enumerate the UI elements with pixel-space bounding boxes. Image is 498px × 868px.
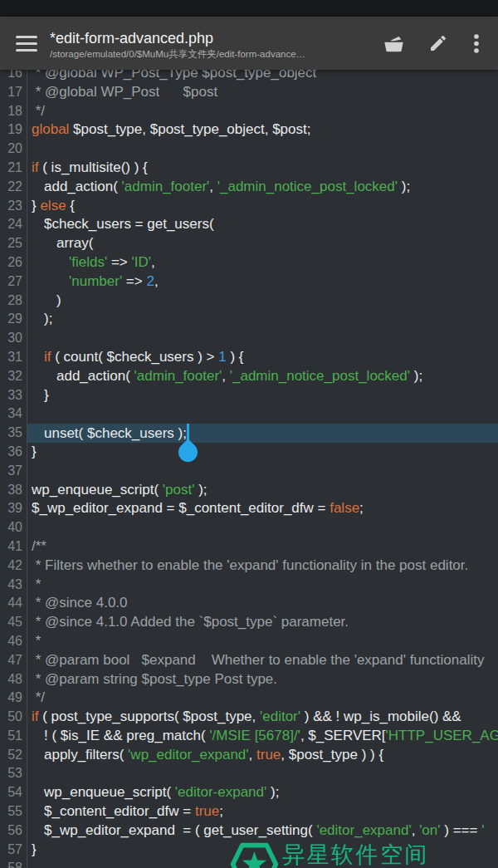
code-text: $_content_editor_dfw = true; xyxy=(27,802,498,821)
code-line[interactable]: 16 * @global WP_Post_Type $post_type_obj… xyxy=(0,70,498,83)
open-file-button[interactable] xyxy=(370,23,417,63)
line-number: 45 xyxy=(0,613,27,632)
status-bar xyxy=(0,0,498,17)
code-text xyxy=(27,859,498,868)
code-text: ); xyxy=(27,310,498,329)
overflow-menu-button[interactable] xyxy=(460,23,493,63)
code-line[interactable]: 25 array( xyxy=(0,234,498,253)
code-line[interactable]: 46 * xyxy=(0,632,498,651)
code-line[interactable]: 36} xyxy=(0,443,498,462)
app-screen: *edit-form-advanced.php /storage/emulate… xyxy=(0,0,498,868)
line-number: 56 xyxy=(0,821,27,841)
code-line[interactable]: 34 xyxy=(0,405,498,424)
code-line[interactable]: 50if ( post_type_supports( $post_type, '… xyxy=(0,708,498,727)
code-text: } xyxy=(27,841,498,860)
code-line[interactable]: 38wp_enqueue_script( 'post' ); xyxy=(0,481,498,500)
code-line[interactable]: 23} else { xyxy=(0,197,498,216)
line-number: 52 xyxy=(0,746,27,765)
code-line[interactable]: 37 xyxy=(0,462,498,481)
line-number: 47 xyxy=(0,651,27,670)
code-line[interactable]: 48 * @param string $post_type Post type. xyxy=(0,670,498,689)
code-line[interactable]: 41/** xyxy=(0,537,498,557)
line-number: 22 xyxy=(0,178,27,197)
code-line[interactable]: 35 unset( $check_users ); xyxy=(0,424,498,443)
line-number: 24 xyxy=(0,215,27,234)
code-line[interactable]: 20 xyxy=(0,140,498,159)
hamburger-icon xyxy=(16,36,37,38)
code-text: if ( count( $check_users ) > 1 ) { xyxy=(27,348,498,367)
code-line[interactable]: 58 xyxy=(0,859,498,868)
line-number: 23 xyxy=(0,197,27,216)
file-path: /storage/emulated/0/$MuMu共享文件夹/edit-form… xyxy=(50,48,370,61)
code-text: $_wp_editor_expand = $_content_editor_df… xyxy=(27,499,498,518)
file-title: *edit-form-advanced.php xyxy=(50,29,370,47)
code-text: * @param string $post_type Post type. xyxy=(27,670,498,689)
line-number: 39 xyxy=(0,499,27,518)
code-line[interactable]: 26 'fields' => 'ID', xyxy=(0,253,498,272)
code-line[interactable]: 51 ! ( $is_IE && preg_match( '/MSIE [567… xyxy=(0,727,498,746)
code-text: wp_enqueue_script( 'editor-expand' ); xyxy=(27,783,498,802)
code-line[interactable]: 53 xyxy=(0,764,498,783)
open-folder-icon xyxy=(381,33,407,54)
code-text: * Filters whether to enable the 'expand'… xyxy=(27,557,498,576)
code-text xyxy=(27,462,498,481)
code-line[interactable]: 52 apply_filters( 'wp_editor_expand', tr… xyxy=(0,746,498,765)
code-text: ) xyxy=(27,292,498,311)
line-number: 27 xyxy=(0,272,27,292)
edit-mode-button[interactable] xyxy=(417,23,460,63)
code-line[interactable]: 24 $check_users = get_users( xyxy=(0,215,498,234)
text-cursor[interactable] xyxy=(187,424,189,441)
code-text: * xyxy=(27,576,498,595)
code-text xyxy=(27,518,498,537)
line-number: 54 xyxy=(0,783,27,802)
code-line[interactable]: 30 xyxy=(0,329,498,348)
line-number: 50 xyxy=(0,708,27,727)
code-text: */ xyxy=(27,689,498,708)
code-line[interactable]: 18 */ xyxy=(0,102,498,121)
code-text xyxy=(27,405,498,424)
line-number: 34 xyxy=(0,405,27,424)
line-number: 41 xyxy=(0,537,27,557)
pencil-icon xyxy=(428,33,448,53)
code-line[interactable]: 17 * @global WP_Post $post xyxy=(0,83,498,102)
line-number: 20 xyxy=(0,140,27,159)
code-text: * @global WP_Post_Type $post_type_object xyxy=(27,70,498,83)
line-number: 48 xyxy=(0,670,27,689)
code-line[interactable]: 54 wp_enqueue_script( 'editor-expand' ); xyxy=(0,783,498,802)
line-number: 30 xyxy=(0,329,27,348)
code-text: ! ( $is_IE && preg_match( '/MSIE [5678]/… xyxy=(27,727,498,746)
line-number: 42 xyxy=(0,557,27,576)
code-line[interactable]: 21if ( is_multisite() ) { xyxy=(0,159,498,178)
code-line[interactable]: 40 xyxy=(0,518,498,537)
line-number: 19 xyxy=(0,120,27,140)
line-number: 17 xyxy=(0,83,27,102)
code-text: * @param bool $expand Whether to enable … xyxy=(27,651,498,670)
code-line[interactable]: 29 ); xyxy=(0,310,498,329)
code-line[interactable]: 45 * @since 4.1.0 Added the `$post_type`… xyxy=(0,613,498,632)
code-line[interactable]: 39$_wp_editor_expand = $_content_editor_… xyxy=(0,499,498,518)
code-line[interactable]: 55 $_content_editor_dfw = true; xyxy=(0,802,498,821)
code-editor[interactable]: 16 * @global WP_Post_Type $post_type_obj… xyxy=(0,70,498,868)
code-text: $_wp_editor_expand = ( get_user_setting(… xyxy=(27,821,498,841)
line-number: 51 xyxy=(0,727,27,746)
code-line[interactable]: 43 * xyxy=(0,576,498,595)
code-line[interactable]: 49 */ xyxy=(0,689,498,708)
menu-button[interactable] xyxy=(8,23,45,63)
line-number: 33 xyxy=(0,386,27,405)
code-line[interactable]: 28 ) xyxy=(0,292,498,311)
code-line[interactable]: 22 add_action( 'admin_footer', '_admin_n… xyxy=(0,178,498,197)
line-number: 32 xyxy=(0,367,27,386)
code-text: add_action( 'admin_footer', '_admin_noti… xyxy=(27,367,498,386)
code-line[interactable]: 42 * Filters whether to enable the 'expa… xyxy=(0,557,498,576)
code-line[interactable]: 19global $post_type, $post_type_object, … xyxy=(0,120,498,140)
code-line[interactable]: 27 'number' => 2, xyxy=(0,272,498,292)
code-line[interactable]: 47 * @param bool $expand Whether to enab… xyxy=(0,651,498,670)
app-toolbar: *edit-form-advanced.php /storage/emulate… xyxy=(0,17,498,70)
line-number: 37 xyxy=(0,462,27,481)
code-line[interactable]: 32 add_action( 'admin_footer', '_admin_n… xyxy=(0,367,498,386)
code-line[interactable]: 56 $_wp_editor_expand = ( get_user_setti… xyxy=(0,821,498,841)
code-line[interactable]: 33 } xyxy=(0,386,498,405)
code-line[interactable]: 44 * @since 4.0.0 xyxy=(0,594,498,613)
code-line[interactable]: 31 if ( count( $check_users ) > 1 ) { xyxy=(0,348,498,367)
code-line[interactable]: 57} xyxy=(0,841,498,860)
